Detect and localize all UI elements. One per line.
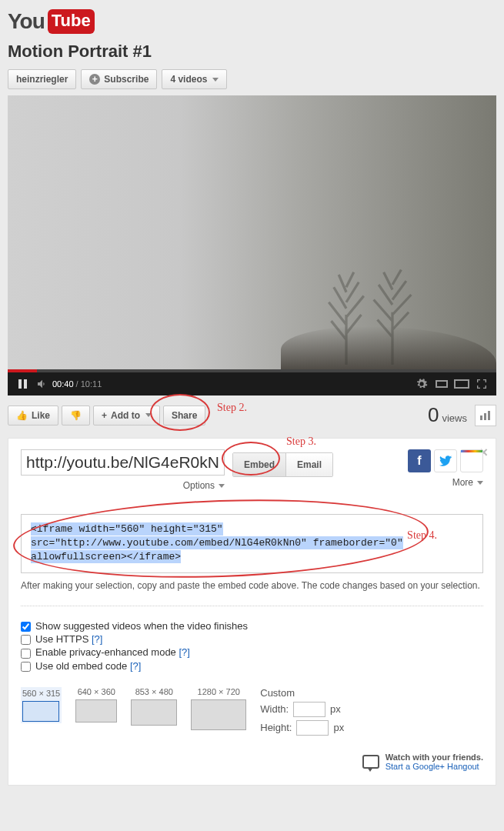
time-total: 10:11: [81, 379, 102, 389]
time-display: 00:40 / 10:11: [52, 379, 102, 389]
check-old-embed[interactable]: Use old embed code [?]: [21, 660, 483, 672]
size-560[interactable]: 560 × 315: [21, 687, 62, 723]
share-panel: × Options Embed Email Step 3. f: [8, 438, 496, 786]
theater-button[interactable]: [432, 374, 452, 394]
embed-hint-text: After making your selection, copy and pa…: [21, 579, 483, 592]
check-privacy-label: Enable privacy-enhanced mode: [35, 646, 176, 658]
subscribe-button[interactable]: + Subscribe: [81, 69, 157, 89]
check-suggested-label: Show suggested videos when the video fin…: [35, 620, 248, 632]
size-640[interactable]: 640 × 360: [75, 687, 117, 723]
like-button[interactable]: 👍 Like: [8, 405, 58, 426]
addto-label: Add to: [111, 410, 140, 421]
email-tab[interactable]: Email: [285, 453, 332, 476]
options-label: Options: [183, 480, 215, 491]
site-logo[interactable]: You Tube: [8, 9, 496, 34]
help-link[interactable]: [?]: [92, 633, 102, 645]
embed-tab[interactable]: Embed: [233, 453, 285, 476]
custom-size: Custom Width: px Height: px: [260, 687, 344, 739]
size-1280[interactable]: 1280 × 720: [191, 687, 246, 730]
check-suggested[interactable]: Show suggested videos when the video fin…: [21, 620, 483, 632]
width-label: Width:: [260, 703, 289, 715]
video-frame-tree: [365, 265, 419, 365]
custom-width-input[interactable]: [293, 702, 325, 717]
custom-label: Custom: [260, 687, 344, 699]
logo-text-you: You: [8, 9, 45, 34]
size-label: 640 × 360: [75, 687, 117, 696]
embed-code-box[interactable]: <iframe width="560" height="315" src="ht…: [21, 514, 483, 573]
google-plus-button[interactable]: +1: [460, 449, 483, 472]
video-player[interactable]: 00:40 / 10:11: [8, 95, 496, 395]
size-label: 560 × 315: [22, 689, 60, 698]
size-label: 853 × 480: [131, 687, 177, 696]
twitter-share-button[interactable]: [434, 449, 457, 472]
plus-text-icon: +: [102, 410, 107, 421]
addto-button[interactable]: + Add to: [93, 405, 160, 426]
video-count-button[interactable]: 4 videos: [162, 69, 227, 89]
caret-down-icon: [477, 481, 483, 485]
px-label: px: [330, 703, 341, 715]
check-suggested-input[interactable]: [21, 622, 31, 632]
stats-button[interactable]: [475, 405, 496, 426]
help-link[interactable]: [?]: [179, 646, 189, 658]
size-button[interactable]: [452, 374, 472, 394]
hangout-link[interactable]: Start a Google+ Hangout: [386, 762, 479, 771]
height-label: Height:: [260, 722, 292, 733]
svg-rect-0: [480, 416, 482, 420]
divider: [21, 606, 483, 606]
dislike-button[interactable]: 👎: [62, 405, 90, 426]
check-privacy-input[interactable]: [21, 649, 31, 659]
caret-down-icon: [212, 78, 219, 82]
views-label: views: [442, 412, 467, 424]
logo-text-tube: Tube: [48, 9, 95, 34]
size-label: 1280 × 720: [191, 687, 246, 696]
check-privacy[interactable]: Enable privacy-enhanced mode [?]: [21, 646, 483, 658]
caret-down-icon: [145, 413, 152, 417]
share-more-link[interactable]: More: [408, 477, 483, 488]
svg-rect-2: [488, 411, 490, 420]
pause-button[interactable]: [12, 374, 32, 394]
facebook-share-button[interactable]: f: [408, 449, 431, 472]
annotation-label-step2: Step 2.: [217, 402, 247, 414]
thumbs-down-icon: 👎: [70, 410, 82, 421]
px-label: px: [333, 722, 344, 733]
settings-button[interactable]: [412, 374, 432, 394]
time-current: 00:40: [52, 379, 74, 389]
share-tabs: Embed Email: [232, 452, 333, 477]
check-old-embed-input[interactable]: [21, 662, 31, 672]
uploader-button[interactable]: heinzriegler: [8, 69, 76, 89]
custom-height-input[interactable]: [296, 720, 329, 736]
check-https-input[interactable]: [21, 635, 31, 645]
embed-options-checks: Show suggested videos when the video fin…: [21, 620, 483, 671]
check-https[interactable]: Use HTTPS [?]: [21, 633, 483, 645]
share-url-input[interactable]: [21, 449, 225, 476]
thumbs-up-icon: 👍: [16, 410, 28, 421]
svg-rect-1: [484, 413, 486, 420]
embed-code-text: <iframe width="560" height="315" src="ht…: [31, 522, 403, 563]
check-https-label: Use HTTPS: [35, 633, 88, 645]
like-label: Like: [32, 410, 50, 421]
size-853[interactable]: 853 × 480: [131, 687, 177, 726]
promo-line1: Watch with your friends.: [386, 753, 483, 762]
share-options-link[interactable]: Options: [21, 480, 225, 491]
check-old-embed-label: Use old embed code: [35, 660, 127, 672]
chat-bubble-icon: [362, 755, 379, 769]
annotation-label-step3: Step 3.: [286, 436, 316, 448]
volume-button[interactable]: [32, 374, 52, 394]
subscribe-label: Subscribe: [104, 74, 149, 85]
caret-down-icon: [219, 484, 225, 488]
views-count: 0: [428, 403, 439, 427]
help-link[interactable]: [?]: [130, 660, 141, 672]
player-controls: 00:40 / 10:11: [8, 372, 496, 395]
hangout-promo: Watch with your friends. Start a Google+…: [21, 753, 483, 771]
video-actions-row: 👍 Like 👎 + Add to Share Step 2. 0 views: [8, 403, 496, 427]
fullscreen-button[interactable]: [472, 374, 492, 394]
plus-icon: +: [89, 74, 100, 85]
video-count-label: 4 videos: [170, 74, 207, 85]
more-label: More: [452, 477, 473, 488]
share-button[interactable]: Share: [163, 405, 205, 426]
video-title: Motion Portrait #1: [8, 42, 496, 62]
